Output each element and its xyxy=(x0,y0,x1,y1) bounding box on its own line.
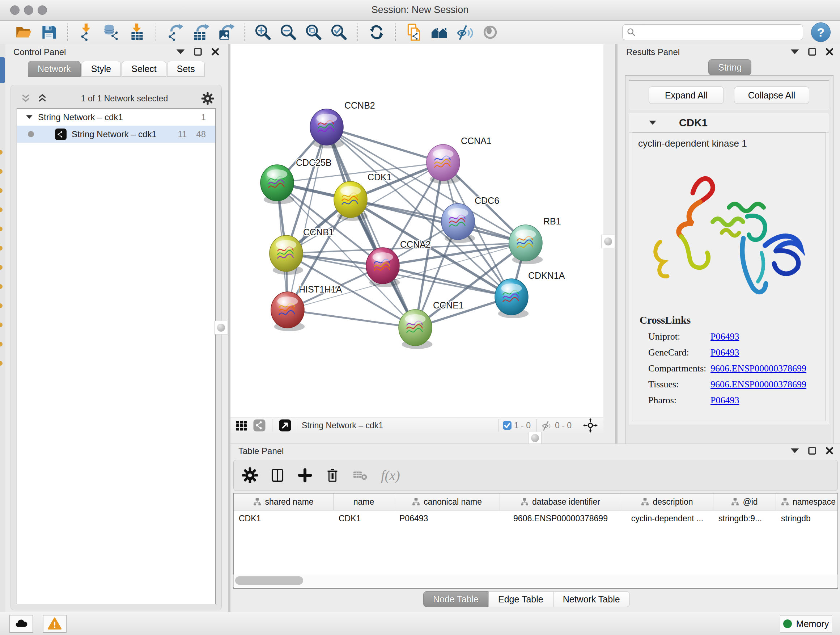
crosslink-link[interactable]: P06493 xyxy=(711,331,739,342)
import-database-icon[interactable] xyxy=(101,22,122,43)
node-CDC6[interactable] xyxy=(441,203,475,243)
network-tree-row[interactable]: String Network – cdk11148 xyxy=(17,126,215,143)
table-cell[interactable]: cyclin-dependent ... xyxy=(621,510,714,526)
clone-network-icon[interactable] xyxy=(404,22,425,43)
node-CCNB1[interactable] xyxy=(270,235,303,275)
add-column-icon[interactable] xyxy=(297,467,313,484)
horizontal-splitter-handle[interactable] xyxy=(529,432,542,444)
float-panel-icon[interactable] xyxy=(807,446,817,455)
column-header-database-identifier[interactable]: database identifier xyxy=(500,494,621,510)
tab-node-table[interactable]: Node Table xyxy=(423,591,488,607)
zoom-out-icon[interactable] xyxy=(278,22,299,43)
column-header--id[interactable]: @id xyxy=(714,494,776,510)
delete-column-icon[interactable] xyxy=(324,467,341,484)
show-columns-icon[interactable] xyxy=(269,467,286,484)
table-cell[interactable]: stringdb xyxy=(776,510,838,526)
edge-CDK1-RB1[interactable] xyxy=(351,200,526,243)
table-row[interactable]: CDK1CDK1P064939606.ENSP00000378699cyclin… xyxy=(234,510,837,526)
crosslink-link[interactable]: P06493 xyxy=(711,347,739,358)
hide-panel-icon[interactable] xyxy=(454,22,475,43)
table-cell[interactable]: 9606.ENSP00000378699 xyxy=(500,510,621,526)
node-CDK1[interactable] xyxy=(334,181,368,221)
cloud-status-button[interactable] xyxy=(9,615,33,633)
crosslink-link[interactable]: 9606.ENSP00000378699 xyxy=(711,379,806,390)
left-splitter-handle[interactable] xyxy=(214,321,228,334)
right-splitter-handle[interactable] xyxy=(601,234,615,249)
network-graph[interactable]: CCNB2CCNA1CDC25BCDK1CDC6RB1CCNB1CCNA2CDK… xyxy=(231,44,603,417)
table-cell[interactable]: stringdb:9... xyxy=(714,510,776,526)
save-session-icon[interactable] xyxy=(38,22,59,43)
node-CCNA1[interactable] xyxy=(426,144,460,184)
zoom-in-icon[interactable] xyxy=(253,22,273,43)
table-cell[interactable]: CDK1 xyxy=(234,510,333,526)
node-HIST1H1A[interactable] xyxy=(271,292,305,331)
collapse-all-networks-icon[interactable] xyxy=(20,93,31,104)
tab-style[interactable]: Style xyxy=(81,61,121,77)
table-hscrollbar[interactable] xyxy=(233,575,838,587)
import-network-icon[interactable] xyxy=(76,22,97,43)
birdseye-grid-icon[interactable] xyxy=(235,419,248,432)
panel-menu-icon[interactable] xyxy=(790,47,799,57)
table-settings-gear-icon[interactable] xyxy=(242,467,258,484)
zoom-selected-icon[interactable] xyxy=(328,22,349,43)
tab-sets[interactable]: Sets xyxy=(167,61,205,77)
show-panel-icon[interactable] xyxy=(480,22,501,43)
network-canvas[interactable]: CCNB2CCNA1CDC25BCDK1CDC6RB1CCNB1CCNA2CDK… xyxy=(231,44,603,417)
node-CDC25B[interactable] xyxy=(261,165,294,204)
panel-menu-icon[interactable] xyxy=(790,446,799,455)
column-header-description[interactable]: description xyxy=(621,494,714,510)
node-CDKN1A[interactable] xyxy=(495,279,529,318)
export-network-icon[interactable] xyxy=(164,22,185,43)
close-panel-icon[interactable] xyxy=(210,47,220,57)
fit-content-crosshair-icon[interactable] xyxy=(583,418,598,432)
column-header-shared-name[interactable]: shared name xyxy=(234,494,333,510)
panel-menu-icon[interactable] xyxy=(176,47,185,57)
help-button[interactable]: ? xyxy=(811,22,831,42)
expand-all-networks-icon[interactable] xyxy=(37,93,48,104)
expand-all-button[interactable]: Expand All xyxy=(649,87,724,104)
detach-view-icon[interactable] xyxy=(279,419,292,432)
export-table-icon[interactable] xyxy=(189,22,210,43)
crosslink-link[interactable]: P06493 xyxy=(711,395,739,406)
network-tree-row[interactable]: String Network – cdk11 xyxy=(17,109,215,126)
search-box[interactable] xyxy=(622,24,803,40)
tab-string[interactable]: String xyxy=(708,59,752,75)
column-header-name[interactable]: name xyxy=(333,494,394,510)
collapse-all-button[interactable]: Collapse All xyxy=(734,87,809,104)
search-input[interactable] xyxy=(636,27,799,38)
node-RB1[interactable] xyxy=(509,225,543,264)
node-CCNB2[interactable] xyxy=(310,109,344,149)
edge-CCNE1-HIST1H1A[interactable] xyxy=(287,310,415,328)
memory-button[interactable]: Memory xyxy=(780,615,832,632)
node-CCNA2[interactable] xyxy=(366,248,400,287)
table-cell[interactable]: P06493 xyxy=(394,510,500,526)
refresh-icon[interactable] xyxy=(366,22,387,43)
export-image-icon[interactable] xyxy=(215,22,236,43)
warnings-button[interactable] xyxy=(43,615,66,633)
edge-CCNB2-HIST1H1A[interactable] xyxy=(287,127,327,310)
edge-CCNB2-CCNE1[interactable] xyxy=(327,127,415,328)
table-cell[interactable]: CDK1 xyxy=(333,510,394,526)
edge-CCNB2-CCNA1[interactable] xyxy=(327,127,443,163)
close-panel-icon[interactable] xyxy=(825,47,834,57)
tab-select[interactable]: Select xyxy=(122,61,166,77)
network-overview-share-icon[interactable] xyxy=(253,419,266,432)
network-options-gear-icon[interactable] xyxy=(201,92,214,105)
hscroll-thumb[interactable] xyxy=(235,576,303,585)
float-panel-icon[interactable] xyxy=(193,47,202,57)
crosslink-link[interactable]: 9606.ENSP00000378699 xyxy=(711,363,806,374)
tab-edge-table[interactable]: Edge Table xyxy=(488,591,553,607)
column-header-namespace[interactable]: namespace xyxy=(776,494,838,510)
node-CCNE1[interactable] xyxy=(399,310,432,349)
tab-network-table[interactable]: Network Table xyxy=(553,591,630,607)
collapse-entry-icon[interactable] xyxy=(649,120,657,126)
column-header-canonical-name[interactable]: canonical name xyxy=(394,494,500,510)
home-icon[interactable] xyxy=(429,22,450,43)
selected-checkbox-icon[interactable] xyxy=(502,421,512,430)
import-table-icon[interactable] xyxy=(126,22,148,43)
close-panel-icon[interactable] xyxy=(825,446,834,455)
open-session-icon[interactable] xyxy=(13,22,34,43)
float-panel-icon[interactable] xyxy=(807,47,817,57)
zoom-fit-icon[interactable] xyxy=(303,22,324,43)
tab-network[interactable]: Network xyxy=(28,61,81,77)
